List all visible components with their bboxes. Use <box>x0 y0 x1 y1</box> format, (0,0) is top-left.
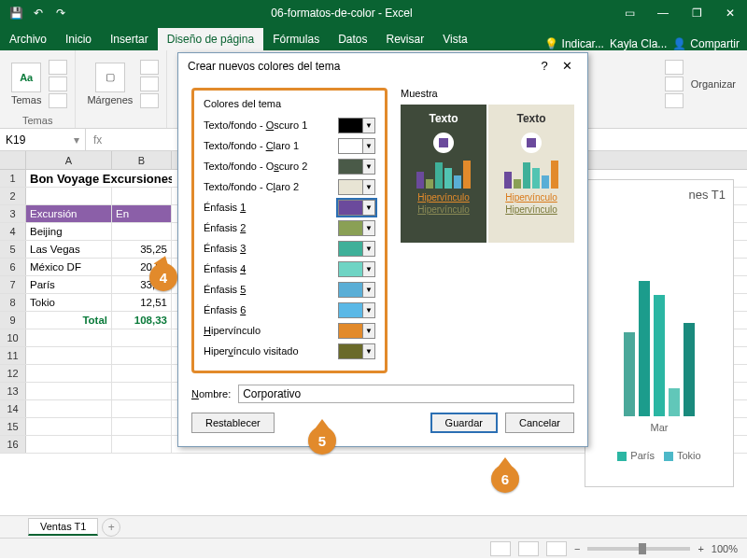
name-box[interactable]: K19 ▾ <box>0 129 86 150</box>
selection-pane-button[interactable] <box>665 93 684 108</box>
page-break-view-button[interactable] <box>546 541 567 556</box>
color-swatch-dropdown[interactable]: ▼ <box>338 323 375 339</box>
theme-colors-button[interactable] <box>49 60 67 75</box>
themes-button[interactable]: Aa Temas <box>7 54 45 113</box>
row-header[interactable]: 3 <box>0 205 26 222</box>
redo-icon[interactable]: ↷ <box>50 3 71 23</box>
save-button[interactable]: Guardar <box>430 413 498 433</box>
title-bar: 💾 ↶ ↷ 06-formatos-de-color - Excel ▭ — ❐… <box>0 0 747 26</box>
color-swatch-dropdown[interactable]: ▼ <box>338 118 375 133</box>
color-label: Énfasis 5 <box>204 284 332 295</box>
color-swatch-dropdown[interactable]: ▼ <box>338 241 375 257</box>
color-swatch-dropdown[interactable]: ▼ <box>338 343 375 359</box>
size-button[interactable] <box>140 77 159 91</box>
color-label: Énfasis 6 <box>204 304 332 315</box>
color-row: Énfasis 1 ▼ <box>204 197 375 217</box>
color-swatch-dropdown[interactable]: ▼ <box>338 261 375 277</box>
zoom-out-icon[interactable]: − <box>574 543 580 554</box>
tab-archivo[interactable]: Archivo <box>0 28 56 50</box>
color-row: Énfasis 2 ▼ <box>204 217 375 238</box>
ribbon-options-icon[interactable]: ▭ <box>613 0 646 26</box>
zoom-slider[interactable] <box>587 547 690 551</box>
tab-formulas[interactable]: Fórmulas <box>263 28 329 50</box>
tab-revisar[interactable]: Revisar <box>377 28 434 50</box>
dialog-close-icon[interactable]: ✕ <box>556 59 578 73</box>
color-swatch-dropdown[interactable]: ▼ <box>338 179 375 195</box>
margins-icon: ▢ <box>95 63 125 92</box>
chevron-down-icon: ▼ <box>362 324 374 338</box>
callout-badge-5: 5 <box>308 427 336 455</box>
close-icon[interactable]: ✕ <box>713 0 747 26</box>
color-swatch-dropdown[interactable]: ▼ <box>338 159 375 175</box>
row-header[interactable]: 2 <box>0 188 26 204</box>
color-row: Énfasis 4 ▼ <box>204 259 375 279</box>
color-label: Hipervínculo <box>204 325 332 336</box>
color-swatch-dropdown[interactable]: ▼ <box>338 200 375 216</box>
color-swatch-dropdown[interactable]: ▼ <box>338 138 375 154</box>
chevron-down-icon: ▼ <box>362 303 374 317</box>
chevron-down-icon: ▼ <box>362 160 374 174</box>
dialog-help-icon[interactable]: ? <box>533 59 556 73</box>
cell[interactable]: Bon Voyage Excursiones <box>26 170 172 187</box>
color-label: Texto/fondo - Claro 2 <box>204 181 332 192</box>
color-label: Texto/fondo - Oscuro 2 <box>204 161 332 172</box>
maximize-icon[interactable]: ❐ <box>680 0 713 26</box>
row-header[interactable]: 1 <box>0 170 26 187</box>
theme-name-input[interactable] <box>238 385 574 403</box>
tell-me[interactable]: 💡 Indicar... <box>544 37 604 50</box>
color-row: Texto/fondo - Oscuro 1 ▼ <box>204 115 375 135</box>
page-layout-view-button[interactable] <box>518 541 539 556</box>
ribbon-tabs: Archivo Inicio Insertar Diseño de página… <box>0 26 747 50</box>
zoom-in-icon[interactable]: + <box>698 543 703 554</box>
col-header-b[interactable]: B <box>112 151 172 169</box>
theme-fonts-button[interactable] <box>49 77 67 91</box>
share-button[interactable]: 👤 Compartir <box>672 37 740 50</box>
color-label: Texto/fondo - Claro 1 <box>204 140 332 151</box>
chevron-down-icon: ▼ <box>362 283 374 297</box>
color-swatch-dropdown[interactable]: ▼ <box>338 302 375 318</box>
themes-icon: Aa <box>11 63 41 92</box>
color-label: Énfasis 3 <box>204 243 332 254</box>
embedded-chart[interactable]: nes T1 Mar ParísTokio <box>585 179 734 487</box>
color-swatch-dropdown[interactable]: ▼ <box>338 282 375 298</box>
tab-diseno[interactable]: Diseño de página <box>158 28 263 50</box>
chevron-down-icon: ▼ <box>362 180 374 194</box>
orientation-button[interactable] <box>140 60 159 75</box>
color-label: Énfasis 2 <box>204 222 332 233</box>
normal-view-button[interactable] <box>490 541 511 556</box>
theme-effects-button[interactable] <box>49 93 67 108</box>
fx-icon[interactable]: fx <box>86 133 109 147</box>
theme-preview: Texto Hipervínculo Hipervínculo Texto Hi… <box>401 105 574 243</box>
send-backward-button[interactable] <box>665 77 684 91</box>
tab-datos[interactable]: Datos <box>329 28 376 50</box>
arrange-label: Organizar <box>687 54 740 113</box>
tab-inicio[interactable]: Inicio <box>56 28 101 50</box>
print-area-button[interactable] <box>140 93 159 108</box>
color-row: Hipervínculo visitado ▼ <box>204 341 375 361</box>
chevron-down-icon: ▼ <box>362 139 374 153</box>
group-temas: Temas <box>7 113 67 126</box>
margins-button[interactable]: ▢ Márgenes <box>83 54 136 113</box>
add-sheet-button[interactable]: + <box>102 518 120 537</box>
color-row: Énfasis 3 ▼ <box>204 238 375 259</box>
undo-icon[interactable]: ↶ <box>28 3 49 23</box>
zoom-level[interactable]: 100% <box>712 543 738 554</box>
tab-insertar[interactable]: Insertar <box>101 28 158 50</box>
bring-forward-button[interactable] <box>665 60 684 75</box>
tab-vista[interactable]: Vista <box>433 28 476 50</box>
chevron-down-icon: ▼ <box>362 221 374 235</box>
chevron-down-icon: ▼ <box>362 201 374 215</box>
save-icon[interactable]: 💾 <box>6 3 26 23</box>
minimize-icon[interactable]: — <box>646 0 680 26</box>
reset-button[interactable]: Restablecer <box>191 413 275 433</box>
chevron-down-icon: ▼ <box>362 262 374 276</box>
cancel-button[interactable]: Cancelar <box>505 413 574 433</box>
color-row: Énfasis 5 ▼ <box>204 279 375 300</box>
col-header-a[interactable]: A <box>26 151 112 169</box>
color-swatch-dropdown[interactable]: ▼ <box>338 220 375 236</box>
user-name[interactable]: Kayla Cla... <box>610 37 667 50</box>
select-all-corner[interactable] <box>0 151 26 169</box>
callout-badge-4: 4 <box>149 263 177 291</box>
sheet-tab[interactable]: Ventas T1 <box>28 518 98 536</box>
chevron-down-icon: ▼ <box>362 119 374 133</box>
